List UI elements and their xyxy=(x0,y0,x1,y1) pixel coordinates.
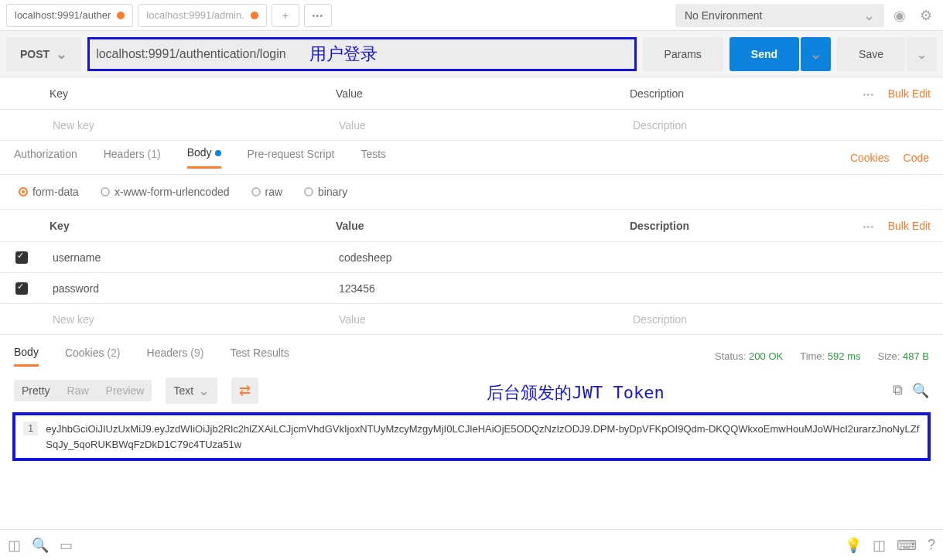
env-label: No Environment xyxy=(685,9,762,22)
body-type-binary[interactable]: binary xyxy=(304,186,347,198)
method-label: POST xyxy=(20,48,50,60)
view-preview[interactable]: Preview xyxy=(106,384,145,397)
form-col-value: Value xyxy=(326,220,620,232)
body-type-form-data[interactable]: form-data xyxy=(19,186,79,198)
size-meta: Size: 487 B xyxy=(877,350,929,362)
checkbox-icon[interactable] xyxy=(15,282,28,295)
save-caret-button[interactable] xyxy=(907,37,937,71)
environment-select[interactable]: No Environment xyxy=(675,4,884,27)
form-value[interactable]: codesheep xyxy=(330,251,624,264)
cookies-link[interactable]: Cookies xyxy=(850,152,890,164)
time-meta: Time: 592 ms xyxy=(800,350,860,362)
help-icon[interactable]: ? xyxy=(928,537,935,554)
panels-icon[interactable]: ◫ xyxy=(873,537,886,554)
chevron-down-icon xyxy=(198,382,210,399)
form-col-desc: Description xyxy=(620,220,849,232)
params-col-key: Key xyxy=(40,87,326,100)
body-type-raw[interactable]: raw xyxy=(251,186,283,198)
dirty-dot-icon xyxy=(117,12,125,19)
new-param-value[interactable]: Value xyxy=(330,119,624,131)
chevron-down-icon xyxy=(863,7,875,24)
url-input[interactable]: localhost:9991/authentication/login xyxy=(96,47,286,61)
resp-tab-cookies[interactable]: Cookies (2) xyxy=(65,347,121,365)
radio-icon xyxy=(101,187,110,196)
resp-tab-body[interactable]: Body xyxy=(14,346,39,367)
request-tabs: localhost:9991/auther localhost:9991/adm… xyxy=(0,1,675,30)
params-col-value: Value xyxy=(326,87,620,100)
tab-headers[interactable]: Headers (1) xyxy=(104,148,161,168)
tabs-menu-button[interactable] xyxy=(304,4,332,27)
console-icon[interactable]: ▭ xyxy=(60,537,73,554)
params-col-desc: Description xyxy=(620,87,849,100)
form-value[interactable]: 123456 xyxy=(330,282,624,295)
form-row: username codesheep xyxy=(0,242,943,273)
form-bulk-edit[interactable]: Bulk Edit xyxy=(888,220,943,232)
eye-icon[interactable]: ◉ xyxy=(889,7,911,24)
form-key[interactable]: password xyxy=(43,282,330,295)
chevron-down-icon xyxy=(916,46,928,63)
keyboard-icon[interactable]: ⌨ xyxy=(897,537,917,554)
find-icon[interactable]: 🔍 xyxy=(32,537,49,554)
wrap-icon[interactable]: ⇄ xyxy=(231,377,258,404)
chevron-down-icon xyxy=(56,46,67,63)
modified-dot-icon xyxy=(215,150,221,156)
tab-tests[interactable]: Tests xyxy=(360,148,386,168)
tab-2[interactable]: localhost:9991/admin. xyxy=(138,4,266,27)
copy-icon[interactable]: ⧉ xyxy=(893,382,903,399)
form-row-new: New key Value Description xyxy=(0,304,943,335)
lightbulb-icon[interactable]: 💡 xyxy=(845,537,862,554)
tab-authorization[interactable]: Authorization xyxy=(14,148,77,168)
params-menu-icon[interactable] xyxy=(849,87,888,100)
checkbox-icon[interactable] xyxy=(15,251,28,264)
send-button[interactable]: Send xyxy=(729,37,799,71)
response-text: eyJhbGciOiJIUzUxMiJ9.eyJzdWIiOiJjb2Rlc2h… xyxy=(46,422,920,452)
format-select[interactable]: Text xyxy=(166,377,217,404)
tab-prerequest[interactable]: Pre-request Script xyxy=(248,148,335,168)
tab-body[interactable]: Body xyxy=(187,146,221,169)
tab-label: localhost:9991/auther xyxy=(15,9,111,21)
tab-label: localhost:9991/admin. xyxy=(146,9,244,21)
form-row: password 123456 xyxy=(0,273,943,304)
body-type-urlencoded[interactable]: x-www-form-urlencoded xyxy=(101,186,230,198)
view-raw[interactable]: Raw xyxy=(67,384,89,397)
method-select[interactable]: POST xyxy=(6,37,81,71)
search-icon[interactable]: 🔍 xyxy=(912,382,929,399)
sidebar-toggle-icon[interactable]: ◫ xyxy=(8,537,21,554)
new-form-key[interactable]: New key xyxy=(43,313,330,326)
view-pretty[interactable]: Pretty xyxy=(22,384,50,397)
response-body[interactable]: 1 eyJhbGciOiJIUzUxMiJ9.eyJzdWIiOiJjb2Rlc… xyxy=(12,412,931,461)
send-caret-button[interactable] xyxy=(801,37,831,71)
params-button[interactable]: Params xyxy=(643,37,723,71)
save-button[interactable]: Save xyxy=(837,37,905,71)
radio-icon xyxy=(19,187,28,196)
new-param-key[interactable]: New key xyxy=(43,119,330,131)
new-tab-button[interactable]: + xyxy=(272,4,299,27)
form-menu-icon[interactable] xyxy=(849,220,888,232)
annotation-url: 用户登录 xyxy=(309,43,378,66)
resp-tab-tests[interactable]: Test Results xyxy=(230,347,289,365)
form-key[interactable]: username xyxy=(43,251,330,264)
annotation-response: 后台颁发的JWT Token xyxy=(272,377,879,405)
gear-icon[interactable]: ⚙ xyxy=(915,7,937,24)
chevron-down-icon xyxy=(810,46,822,63)
new-param-desc[interactable]: Description xyxy=(624,119,943,131)
resp-tab-headers[interactable]: Headers (9) xyxy=(147,347,204,365)
code-link[interactable]: Code xyxy=(904,152,929,164)
new-form-value[interactable]: Value xyxy=(330,313,624,326)
line-number: 1 xyxy=(23,422,38,435)
form-col-key: Key xyxy=(40,220,326,232)
new-form-desc[interactable]: Description xyxy=(624,313,943,326)
radio-icon xyxy=(251,187,261,196)
radio-icon xyxy=(304,187,313,196)
dirty-dot-icon xyxy=(251,12,258,19)
params-bulk-edit[interactable]: Bulk Edit xyxy=(888,87,943,100)
tab-1[interactable]: localhost:9991/auther xyxy=(6,4,133,27)
status-meta: Status: 200 OK xyxy=(715,350,783,362)
